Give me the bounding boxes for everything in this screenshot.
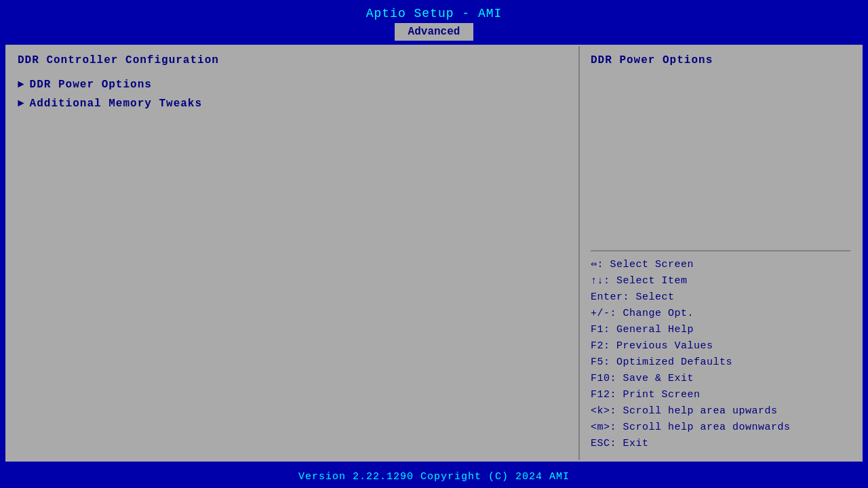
footer: Version 2.22.1290 Copyright (C) 2024 AMI xyxy=(0,466,868,488)
key-hint-9: <k>: Scroll help area upwards xyxy=(591,403,850,420)
arrow-icon-1: ► xyxy=(18,98,24,110)
key-hint-7: F10: Save & Exit xyxy=(591,371,850,387)
arrow-icon-0: ► xyxy=(18,79,24,91)
app-title: Aptio Setup - AMI xyxy=(366,7,502,20)
key-hint-11: ESC: Exit xyxy=(591,436,850,452)
main-content: DDR Controller Configuration ► DDR Power… xyxy=(5,45,863,462)
app-container: Aptio Setup - AMI Advanced DDR Controlle… xyxy=(0,0,868,488)
help-title: DDR Power Options xyxy=(591,54,850,66)
key-hint-8: F12: Print Screen xyxy=(591,387,850,403)
title-bar: Aptio Setup - AMI xyxy=(0,0,868,20)
footer-text: Version 2.22.1290 Copyright (C) 2024 AMI xyxy=(298,471,570,483)
key-hint-0: ⇔: Select Screen xyxy=(591,257,850,273)
menu-item-label-0: DDR Power Options xyxy=(30,79,152,91)
key-hint-2: Enter: Select xyxy=(591,289,850,306)
menu-item-label-1: Additional Memory Tweaks xyxy=(30,98,202,110)
tab-bar: Advanced xyxy=(0,20,868,41)
right-panel: DDR Power Options ⇔: Select Screen ↑↓: S… xyxy=(580,46,861,460)
key-help: ⇔: Select Screen ↑↓: Select Item Enter: … xyxy=(591,257,850,452)
key-hint-1: ↑↓: Select Item xyxy=(591,273,850,289)
key-hint-4: F1: General Help xyxy=(591,322,850,338)
key-hint-3: +/-: Change Opt. xyxy=(591,306,850,322)
tab-advanced[interactable]: Advanced xyxy=(395,23,474,41)
menu-item-ddr-power-options[interactable]: ► DDR Power Options xyxy=(18,79,568,91)
key-hint-5: F2: Previous Values xyxy=(591,338,850,354)
menu-item-additional-memory-tweaks[interactable]: ► Additional Memory Tweaks xyxy=(18,98,568,110)
left-panel: DDR Controller Configuration ► DDR Power… xyxy=(7,46,580,460)
key-hint-10: <m>: Scroll help area downwards xyxy=(591,420,850,436)
section-title: DDR Controller Configuration xyxy=(18,54,568,66)
key-hint-6: F5: Optimized Defaults xyxy=(591,354,850,371)
help-divider xyxy=(591,250,850,251)
